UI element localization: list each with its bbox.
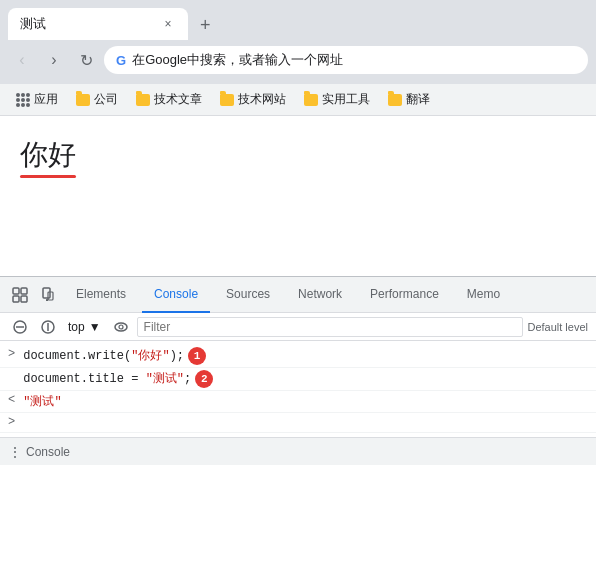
bottom-console-label: Console <box>26 445 70 459</box>
console-code-2: document.title = "测试"; <box>23 370 191 387</box>
bookmark-4[interactable]: 实用工具 <box>296 88 378 111</box>
page-hello-text: 你好 <box>20 136 76 174</box>
bookmark-label-4: 实用工具 <box>322 91 370 108</box>
console-line-1: > document.write("你好"); 1 <box>0 345 596 368</box>
badge-1: 1 <box>188 347 206 365</box>
apps-label: 应用 <box>34 91 58 108</box>
svg-rect-0 <box>13 288 19 294</box>
svg-point-11 <box>115 323 127 331</box>
bookmark-label-5: 翻译 <box>406 91 430 108</box>
console-filter-button[interactable] <box>36 315 60 339</box>
address-bar[interactable]: G 在Google中搜索，或者输入一个网址 <box>104 46 588 74</box>
bookmark-label-1: 公司 <box>94 91 118 108</box>
tab-close-button[interactable]: × <box>160 16 176 32</box>
console-output: > document.write("你好"); 1 > document.tit… <box>0 341 596 437</box>
context-selector[interactable]: top ▼ <box>64 318 105 336</box>
bookmark-5[interactable]: 翻译 <box>380 88 438 111</box>
badge-2: 2 <box>195 370 213 388</box>
bookmark-2[interactable]: 技术文章 <box>128 88 210 111</box>
devtools-bottom-bar: ⋮ Console <box>0 437 596 465</box>
active-tab[interactable]: 测试 × <box>8 8 188 40</box>
forward-button[interactable]: › <box>40 46 68 74</box>
svg-rect-3 <box>21 296 27 302</box>
google-g-icon: G <box>116 53 126 68</box>
default-level-label: Default level <box>527 321 588 333</box>
folder-icon-3 <box>220 94 234 106</box>
new-tab-button[interactable]: + <box>196 11 215 40</box>
bookmark-label-3: 技术网站 <box>238 91 286 108</box>
folder-icon <box>76 94 90 106</box>
inspect-element-button[interactable] <box>8 283 32 307</box>
bookmark-1[interactable]: 公司 <box>68 88 126 111</box>
folder-icon-5 <box>388 94 402 106</box>
page-content: 你好 <box>0 116 596 276</box>
folder-icon-4 <box>304 94 318 106</box>
context-dropdown-icon: ▼ <box>89 320 101 334</box>
reload-button[interactable]: ↻ <box>72 46 100 74</box>
tab-memory[interactable]: Memo <box>455 277 512 313</box>
bottom-dots-icon[interactable]: ⋮ <box>8 444 22 460</box>
tab-network[interactable]: Network <box>286 277 354 313</box>
tab-performance[interactable]: Performance <box>358 277 451 313</box>
console-code-1: document.write("你好"); <box>23 347 184 364</box>
console-string-1: "你好" <box>131 349 169 363</box>
devtools-panel: Elements Console Sources Network Perform… <box>0 276 596 437</box>
tab-elements[interactable]: Elements <box>64 277 138 313</box>
device-toolbar-button[interactable] <box>36 283 60 307</box>
svg-rect-4 <box>43 288 50 298</box>
console-output-string: "测试" <box>23 393 61 410</box>
address-bar-row: ‹ › ↻ G 在Google中搜索，或者输入一个网址 <box>0 40 596 84</box>
bookmark-3[interactable]: 技术网站 <box>212 88 294 111</box>
tab-sources[interactable]: Sources <box>214 277 282 313</box>
apps-bookmark[interactable]: 应用 <box>8 88 66 111</box>
svg-rect-2 <box>21 288 27 294</box>
apps-icon <box>16 93 30 107</box>
console-arrow-1: < <box>8 393 15 407</box>
bookmarks-bar: 应用 公司 技术文章 技术网站 实用工具 翻译 <box>0 84 596 116</box>
console-cursor <box>23 415 30 429</box>
back-button[interactable]: ‹ <box>8 46 36 74</box>
tab-console[interactable]: Console <box>142 277 210 313</box>
console-prompt-empty: > <box>8 415 15 429</box>
svg-point-12 <box>119 325 123 329</box>
console-line-2: > document.title = "测试"; 2 <box>0 368 596 391</box>
bookmark-label-2: 技术文章 <box>154 91 202 108</box>
folder-icon-2 <box>136 94 150 106</box>
console-clear-button[interactable] <box>8 315 32 339</box>
context-value: top <box>68 320 85 334</box>
address-text: 在Google中搜索，或者输入一个网址 <box>132 51 343 69</box>
console-prompt-1: > <box>8 347 15 361</box>
filter-input[interactable] <box>137 317 524 337</box>
eye-icon-button[interactable] <box>109 315 133 339</box>
console-string-2: "测试" <box>146 372 184 386</box>
console-line-4: > <box>0 413 596 433</box>
console-toolbar: top ▼ Default level <box>0 313 596 341</box>
tab-title: 测试 <box>20 15 152 33</box>
devtools-toolbar: Elements Console Sources Network Perform… <box>0 277 596 313</box>
svg-rect-1 <box>13 296 19 302</box>
console-line-3: < "测试" <box>0 391 596 413</box>
